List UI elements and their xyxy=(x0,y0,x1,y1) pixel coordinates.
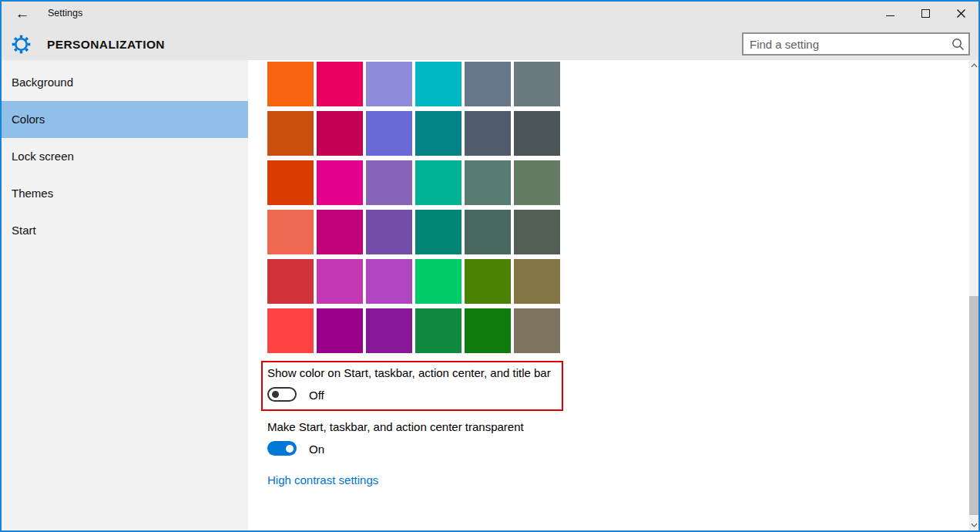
page-title: PERSONALIZATION xyxy=(47,38,165,52)
scroll-up-button[interactable] xyxy=(969,60,978,71)
caption-buttons xyxy=(872,2,978,25)
close-icon xyxy=(956,8,966,19)
color-tile[interactable] xyxy=(267,308,314,353)
search-icon[interactable] xyxy=(947,37,968,52)
color-tile[interactable] xyxy=(465,111,511,156)
settings-window: ← Settings xyxy=(0,0,980,532)
color-tile[interactable] xyxy=(514,210,560,254)
main-content: Show color on Start, taskbar, action cen… xyxy=(248,60,970,530)
color-tile[interactable] xyxy=(514,111,560,156)
color-grid xyxy=(267,62,560,353)
color-tile[interactable] xyxy=(415,111,461,156)
vertical-scrollbar[interactable] xyxy=(969,60,978,530)
search-box xyxy=(742,32,970,56)
color-tile[interactable] xyxy=(317,308,363,353)
color-tile[interactable] xyxy=(514,308,560,353)
color-tile[interactable] xyxy=(267,210,314,254)
gear-icon xyxy=(11,34,32,58)
sidebar-nav: BackgroundColorsLock screenThemesStart xyxy=(2,60,248,530)
chevron-up-icon xyxy=(971,63,978,68)
color-tile[interactable] xyxy=(317,62,363,106)
back-arrow-icon: ← xyxy=(15,5,30,22)
color-tile[interactable] xyxy=(514,62,560,106)
color-tile[interactable] xyxy=(317,210,363,254)
back-button[interactable]: ← xyxy=(9,3,35,25)
toggle-knob xyxy=(286,445,294,453)
color-tile[interactable] xyxy=(465,160,511,205)
transparency-toggle[interactable] xyxy=(267,441,297,456)
color-tile[interactable] xyxy=(267,111,314,156)
color-tile[interactable] xyxy=(465,210,511,254)
color-tile[interactable] xyxy=(366,308,412,353)
color-tile[interactable] xyxy=(415,62,461,106)
color-tile[interactable] xyxy=(317,259,363,304)
sidebar-item-lock-screen[interactable]: Lock screen xyxy=(2,138,248,175)
color-tile[interactable] xyxy=(366,62,412,106)
color-tile[interactable] xyxy=(267,62,314,106)
minimize-icon xyxy=(886,15,894,16)
color-tile[interactable] xyxy=(366,111,412,156)
sidebar-item-themes[interactable]: Themes xyxy=(2,175,248,212)
color-tile[interactable] xyxy=(415,160,461,205)
toggle-knob xyxy=(272,391,279,398)
color-tile[interactable] xyxy=(267,160,314,205)
close-button[interactable] xyxy=(943,2,978,25)
header: ← Settings xyxy=(2,2,978,60)
color-tile[interactable] xyxy=(366,210,412,254)
color-tile[interactable] xyxy=(415,210,461,254)
color-tile[interactable] xyxy=(465,308,511,353)
transparency-state: On xyxy=(309,443,324,456)
sidebar-item-colors[interactable]: Colors xyxy=(2,101,248,138)
color-tile[interactable] xyxy=(317,111,363,156)
color-tile[interactable] xyxy=(514,160,560,205)
scroll-down-button[interactable] xyxy=(969,520,978,530)
color-tile[interactable] xyxy=(465,259,511,304)
color-tile[interactable] xyxy=(317,160,363,205)
scrollbar-thumb[interactable] xyxy=(969,296,978,515)
transparency-label: Make Start, taskbar, and action center t… xyxy=(267,420,524,433)
color-tile[interactable] xyxy=(465,62,511,106)
show-color-label: Show color on Start, taskbar, action cen… xyxy=(267,366,551,379)
sidebar-item-background[interactable]: Background xyxy=(2,64,248,101)
search-input[interactable] xyxy=(743,34,947,54)
window-title: Settings xyxy=(48,8,82,19)
color-tile[interactable] xyxy=(415,259,461,304)
show-color-state: Off xyxy=(309,389,324,402)
color-tile[interactable] xyxy=(514,259,560,304)
color-tile[interactable] xyxy=(366,160,412,205)
maximize-button[interactable] xyxy=(908,2,943,25)
show-color-toggle[interactable] xyxy=(267,387,297,402)
color-tile[interactable] xyxy=(267,259,314,304)
color-tile[interactable] xyxy=(366,259,412,304)
minimize-button[interactable] xyxy=(872,2,908,25)
color-tile[interactable] xyxy=(415,308,461,353)
high-contrast-settings-link[interactable]: High contrast settings xyxy=(267,473,378,487)
chevron-down-icon xyxy=(971,523,978,527)
maximize-icon xyxy=(921,9,930,18)
sidebar-item-start[interactable]: Start xyxy=(2,212,248,249)
